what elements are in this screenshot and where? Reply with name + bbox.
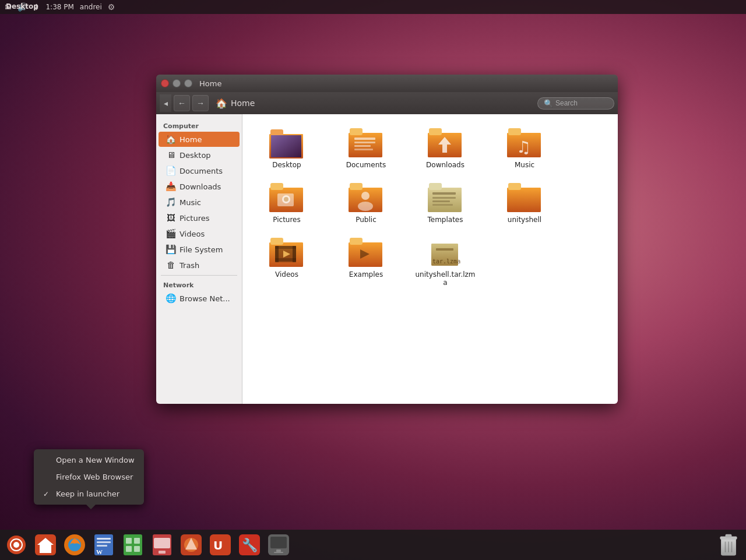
taskbar-icon-system[interactable] <box>2 531 30 559</box>
context-menu: Open a New Window Firefox Web Browser ✓ … <box>34 449 144 505</box>
close-button[interactable] <box>161 79 169 87</box>
svg-rect-8 <box>354 138 375 140</box>
sidebar-item-videos[interactable]: 🎬 Videos <box>159 226 240 241</box>
file-item-templates[interactable]: Templates <box>410 178 480 228</box>
svg-rect-28 <box>350 183 363 190</box>
context-menu-item-keep[interactable]: ✓ Keep in launcher <box>34 485 144 502</box>
pictures-folder-icon: 🖼 <box>166 213 176 223</box>
file-label-downloads: Downloads <box>426 161 465 169</box>
context-menu-item-new-window[interactable]: Open a New Window <box>34 452 144 469</box>
taskbar-icon-writer[interactable]: W <box>90 531 118 559</box>
sidebar-item-music[interactable]: 🎵 Music <box>159 195 240 210</box>
svg-rect-88 <box>274 552 283 553</box>
desktop-folder-icon: 🖥 <box>166 150 176 160</box>
sidebar: Computer 🏠 Home 🖥 Desktop 📄 Documents 📥 … <box>156 114 242 404</box>
sidebar-item-downloads[interactable]: 📥 Downloads <box>159 179 240 194</box>
svg-rect-67 <box>97 541 111 543</box>
svg-text:♫: ♫ <box>516 138 531 157</box>
minimize-button[interactable] <box>173 79 181 87</box>
svg-rect-48 <box>275 258 296 261</box>
forward-button[interactable]: → <box>192 95 209 111</box>
taskbar: W U <box>0 530 746 560</box>
taskbar-icon-thunderbird[interactable] <box>177 531 205 559</box>
file-item-documents[interactable]: Documents <box>331 124 401 174</box>
sidebar-item-music-label: Music <box>180 198 201 207</box>
taskbar-icon-home[interactable] <box>31 531 59 559</box>
context-menu-item-firefox[interactable]: Firefox Web Browser <box>34 469 144 485</box>
file-item-public[interactable]: Public <box>331 178 401 228</box>
svg-rect-92 <box>726 534 732 537</box>
svg-rect-7 <box>350 128 363 135</box>
sidebar-item-browsenet[interactable]: 🌐 Browse Net... <box>159 291 240 306</box>
svg-rect-56 <box>436 248 453 251</box>
file-item-music[interactable]: ♫ Music <box>490 124 560 174</box>
svg-rect-9 <box>354 142 375 143</box>
svg-rect-74 <box>134 546 140 552</box>
desktop-label: Desktop <box>6 2 38 10</box>
settings-icon[interactable]: ⚙ <box>108 2 115 12</box>
search-input[interactable] <box>555 99 608 107</box>
file-item-videos[interactable]: Videos <box>252 233 322 291</box>
file-item-unityshell[interactable]: unityshell <box>490 178 560 228</box>
sidebar-item-desktop[interactable]: 🖥 Desktop <box>159 147 240 163</box>
sidebar-item-home[interactable]: 🏠 Home <box>159 132 240 147</box>
sidebar-item-trash[interactable]: 🗑 Trash <box>159 258 240 273</box>
svg-rect-40 <box>508 183 521 190</box>
svg-rect-68 <box>97 545 107 547</box>
svg-point-29 <box>361 192 370 200</box>
taskbar-icon-impress[interactable] <box>148 531 176 559</box>
file-item-desktop[interactable]: Desktop <box>252 124 322 174</box>
sidebar-divider <box>161 275 237 276</box>
file-item-downloads[interactable]: Downloads <box>410 124 480 174</box>
file-item-unityshell-tar[interactable]: tar.lzma unityshell.tar.lzma <box>410 233 480 291</box>
file-manager-window: Home ◂ ← → 🏠 Home 🔍 Computer 🏠 Home 🖥 De… <box>156 75 618 404</box>
context-menu-label-keep: Keep in launcher <box>56 489 119 498</box>
titlebar: Home <box>156 75 618 92</box>
svg-rect-43 <box>270 238 283 245</box>
svg-rect-14 <box>429 128 442 135</box>
file-label-pictures: Pictures <box>273 216 301 224</box>
back-button[interactable]: ← <box>174 95 190 111</box>
context-menu-arrow <box>86 505 96 509</box>
file-label-music: Music <box>515 161 534 169</box>
sidebar-network-label: Network <box>156 278 242 290</box>
sidebar-toggle-button[interactable]: ◂ <box>160 94 171 112</box>
svg-rect-37 <box>432 204 453 206</box>
path-folder-icon: 🏠 <box>216 98 227 109</box>
context-menu-label-firefox: Firefox Web Browser <box>56 473 133 481</box>
svg-rect-34 <box>432 192 456 195</box>
file-item-examples[interactable]: Examples <box>331 233 401 291</box>
taskbar-icon-calc[interactable] <box>119 531 147 559</box>
svg-rect-87 <box>276 550 281 552</box>
sidebar-item-desktop-label: Desktop <box>180 151 211 160</box>
file-item-pictures[interactable]: Pictures <box>252 178 322 228</box>
sidebar-item-browsenet-label: Browse Net... <box>180 294 230 303</box>
search-box[interactable]: 🔍 <box>537 97 614 110</box>
maximize-button[interactable] <box>184 79 192 87</box>
file-label-videos: Videos <box>275 270 298 279</box>
svg-rect-76 <box>154 538 170 548</box>
sidebar-item-documents[interactable]: 📄 Documents <box>159 163 240 178</box>
taskbar-trash-icon[interactable] <box>716 531 741 559</box>
taskbar-icon-ubuntu-one[interactable]: U <box>206 531 234 559</box>
taskbar-icon-firefox[interactable] <box>61 531 89 559</box>
sidebar-item-downloads-label: Downloads <box>180 182 221 191</box>
context-menu-label-new-window: Open a New Window <box>56 456 135 464</box>
file-label-unityshell: unityshell <box>508 216 541 224</box>
file-label-desktop: Desktop <box>272 161 301 169</box>
svg-rect-66 <box>97 538 111 540</box>
taskbar-icon-display[interactable] <box>265 531 293 559</box>
file-label-public: Public <box>356 216 376 224</box>
svg-rect-4 <box>271 135 301 157</box>
svg-rect-71 <box>126 538 132 544</box>
file-label-documents: Documents <box>346 161 386 169</box>
file-content-area: Desktop <box>242 114 618 404</box>
svg-rect-32 <box>428 188 462 212</box>
sidebar-item-pictures[interactable]: 🖼 Pictures <box>159 210 240 226</box>
taskbar-icon-tools[interactable]: 🔧 <box>235 531 263 559</box>
sidebar-item-videos-label: Videos <box>180 230 205 238</box>
sidebar-item-trash-label: Trash <box>180 261 199 270</box>
svg-rect-73 <box>126 546 132 552</box>
sidebar-item-filesystem[interactable]: 💾 File System <box>159 242 240 257</box>
svg-rect-36 <box>432 200 450 202</box>
